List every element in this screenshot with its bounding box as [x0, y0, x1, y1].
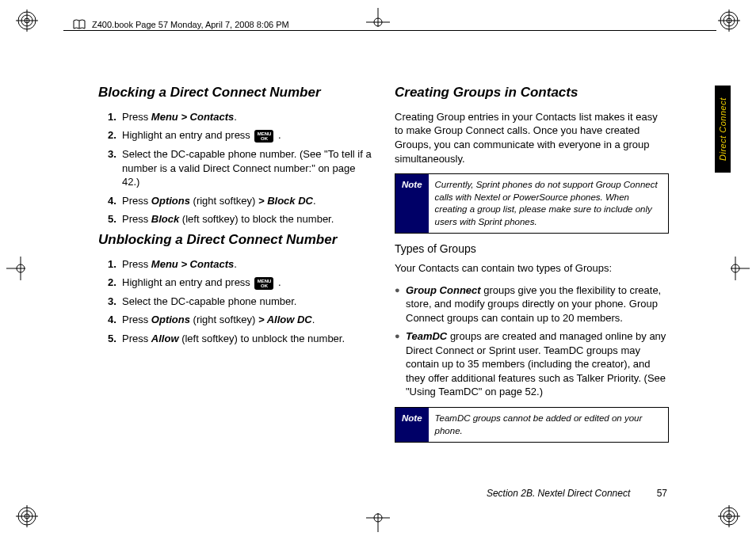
note-label: Note: [395, 174, 429, 233]
block-step-4: 4. Press Options (right softkey) > Block…: [108, 194, 372, 208]
print-header: Z400.book Page 57 Monday, April 7, 2008 …: [73, 19, 289, 30]
menu-ok-key-icon: MENUOK: [254, 277, 273, 290]
unblock-step-1: 1. Press Menu > Contacts.: [108, 257, 372, 272]
block-step-3: 3. Select the DC-capable phone number. (…: [108, 147, 372, 189]
svg-point-6: [724, 15, 735, 26]
section-tab: Direct Connect: [715, 86, 731, 173]
footer-page-number: 57: [657, 488, 667, 499]
svg-point-15: [720, 508, 738, 525]
svg-point-5: [720, 12, 738, 29]
note-text: TeamDC groups cannot be added or edited …: [429, 408, 668, 442]
block-step-5: 5. Press Block (left softkey) to block t…: [108, 212, 372, 226]
book-icon: [73, 19, 86, 30]
right-column: Creating Groups in Contacts Creating Gro…: [395, 79, 669, 491]
crop-right-icon: [731, 253, 750, 287]
block-step-1: 1. Press Menu > Contacts.: [108, 110, 372, 124]
crop-corner-icon: [16, 10, 38, 35]
svg-point-28: [17, 264, 25, 272]
header-rule: [63, 30, 716, 31]
crop-corner-icon: [718, 10, 740, 35]
svg-point-11: [21, 511, 32, 522]
types-intro: Your Contacts can contain two types of G…: [395, 261, 669, 276]
unblock-step-5: 5. Press Allow (left softkey) to unblock…: [108, 332, 372, 346]
svg-point-31: [731, 264, 739, 272]
svg-point-0: [18, 12, 36, 29]
bullet-teamdc: ● TeamDC groups are created and managed …: [395, 329, 669, 399]
footer-section: Section 2B. Nextel Direct Connect: [487, 488, 630, 499]
heading-types: Types of Groups: [395, 241, 669, 257]
menu-ok-key-icon: MENUOK: [254, 130, 273, 143]
block-step-2: 2. Highlight an entry and press MENUOK .: [108, 128, 372, 143]
svg-point-7: [727, 18, 731, 23]
svg-point-12: [25, 514, 29, 519]
crop-corner-icon: [16, 505, 38, 530]
heading-groups: Creating Groups in Contacts: [395, 84, 669, 102]
svg-point-16: [724, 511, 735, 522]
crop-corner-icon: [718, 505, 740, 530]
svg-point-10: [18, 508, 36, 525]
groups-intro: Creating Group entries in your Contacts …: [395, 110, 669, 165]
left-column: Blocking a Direct Connect Number 1. Pres…: [98, 79, 372, 491]
print-header-text: Z400.book Page 57 Monday, April 7, 2008 …: [92, 20, 289, 29]
unblock-step-2: 2. Highlight an entry and press MENUOK .: [108, 276, 372, 290]
unblock-step-4: 4. Press Options (right softkey) > Allow…: [108, 313, 372, 327]
svg-point-2: [25, 18, 29, 23]
heading-blocking: Blocking a Direct Connect Number: [98, 84, 372, 102]
svg-point-1: [21, 15, 32, 26]
bullet-group-connect: ● Group Connect groups give you the flex…: [395, 283, 669, 325]
crop-top-icon: [362, 8, 394, 30]
crop-bottom-icon: [362, 513, 394, 535]
note-text: Currently, Sprint phones do not support …: [429, 174, 668, 233]
unblock-step-3: 3. Select the DC-capable phone number.: [108, 295, 372, 309]
crop-left-icon: [6, 253, 25, 287]
note-label: Note: [395, 408, 429, 442]
svg-point-25: [374, 514, 382, 522]
svg-point-22: [374, 18, 382, 26]
note-box-1: Note Currently, Sprint phones do not sup…: [395, 173, 669, 234]
svg-point-17: [727, 514, 731, 519]
note-box-2: Note TeamDC groups cannot be added or ed…: [395, 407, 669, 443]
page-footer: Section 2B. Nextel Direct Connect 57: [487, 488, 667, 499]
heading-unblocking: Unblocking a Direct Connect Number: [98, 231, 372, 249]
